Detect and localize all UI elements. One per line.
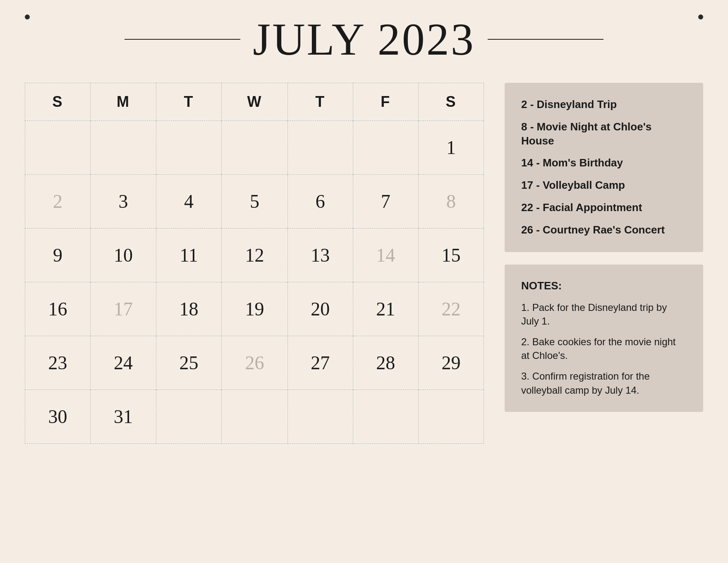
calendar-day <box>287 390 353 444</box>
calendar-header: SMTWTFS <box>25 83 484 121</box>
event-item: 17 - Volleyball Camp <box>521 178 687 192</box>
calendar-day: 6 <box>287 175 353 229</box>
note-item: 2. Bake cookies for the movie night at C… <box>521 335 687 363</box>
calendar-day: 26 <box>222 336 287 390</box>
calendar-day: 25 <box>156 336 222 390</box>
calendar-day <box>287 121 353 175</box>
calendar-day <box>353 121 418 175</box>
calendar-day <box>91 121 156 175</box>
day-header: W <box>222 83 287 121</box>
calendar-day <box>222 121 287 175</box>
calendar-grid: SMTWTFS 12345678910111213141516171819202… <box>25 83 484 444</box>
calendar-day: 12 <box>222 229 287 282</box>
calendar-week-row: 3031 <box>25 390 484 444</box>
calendar-day: 4 <box>156 175 222 229</box>
calendar-day: 29 <box>418 336 484 390</box>
calendar-week-row: 1 <box>25 121 484 175</box>
calendar-day <box>25 121 91 175</box>
calendar-day: 14 <box>353 229 418 282</box>
events-box: 2 - Disneyland Trip8 - Movie Night at Ch… <box>505 83 703 252</box>
calendar-day <box>353 390 418 444</box>
calendar-day <box>156 121 222 175</box>
calendar-day: 9 <box>25 229 91 282</box>
calendar-day: 10 <box>91 229 156 282</box>
note-item: 3. Confirm registration for the volleyba… <box>521 369 687 397</box>
event-item: 8 - Movie Night at Chloe's House <box>521 120 687 148</box>
calendar-day: 7 <box>353 175 418 229</box>
calendar-day <box>418 390 484 444</box>
day-header: M <box>91 83 156 121</box>
calendar-week-row: 9101112131415 <box>25 229 484 282</box>
header-line-left <box>125 39 240 40</box>
calendar-day: 5 <box>222 175 287 229</box>
sidebar: 2 - Disneyland Trip8 - Movie Night at Ch… <box>505 83 703 546</box>
calendar-day: 13 <box>287 229 353 282</box>
notes-title: NOTES: <box>521 279 687 292</box>
calendar-day: 2 <box>25 175 91 229</box>
page-title: JULY 2023 <box>253 17 475 62</box>
calendar-body: 1234567891011121314151617181920212223242… <box>25 121 484 444</box>
day-header: S <box>25 83 91 121</box>
note-item: 1. Pack for the Disneyland trip by July … <box>521 301 687 328</box>
calendar-day: 24 <box>91 336 156 390</box>
calendar-day: 11 <box>156 229 222 282</box>
calendar-week-row: 2345678 <box>25 175 484 229</box>
calendar-day: 18 <box>156 282 222 336</box>
notes-box: NOTES: 1. Pack for the Disneyland trip b… <box>505 265 703 412</box>
event-item: 22 - Facial Appointment <box>521 201 687 215</box>
calendar-day <box>156 390 222 444</box>
calendar-day: 21 <box>353 282 418 336</box>
calendar-day: 3 <box>91 175 156 229</box>
day-header: T <box>287 83 353 121</box>
calendar-day: 20 <box>287 282 353 336</box>
day-header: S <box>418 83 484 121</box>
event-item: 26 - Courtney Rae's Concert <box>521 223 687 237</box>
calendar-week-row: 16171819202122 <box>25 282 484 336</box>
calendar-day: 17 <box>91 282 156 336</box>
calendar-week-row: 23242526272829 <box>25 336 484 390</box>
calendar-day: 27 <box>287 336 353 390</box>
calendar-day: 1 <box>418 121 484 175</box>
header-line-right <box>488 39 603 40</box>
calendar-day: 31 <box>91 390 156 444</box>
calendar-day: 8 <box>418 175 484 229</box>
calendar-day: 30 <box>25 390 91 444</box>
event-item: 2 - Disneyland Trip <box>521 98 687 112</box>
days-header-row: SMTWTFS <box>25 83 484 121</box>
calendar-day: 22 <box>418 282 484 336</box>
calendar-section: SMTWTFS 12345678910111213141516171819202… <box>25 83 484 546</box>
calendar-day <box>222 390 287 444</box>
calendar-day: 28 <box>353 336 418 390</box>
calendar-day: 16 <box>25 282 91 336</box>
day-header: F <box>353 83 418 121</box>
day-header: T <box>156 83 222 121</box>
calendar-day: 19 <box>222 282 287 336</box>
calendar-day: 23 <box>25 336 91 390</box>
event-item: 14 - Mom's Birthday <box>521 156 687 170</box>
main-content: SMTWTFS 12345678910111213141516171819202… <box>25 83 703 546</box>
page-header: JULY 2023 <box>25 17 703 62</box>
calendar-day: 15 <box>418 229 484 282</box>
